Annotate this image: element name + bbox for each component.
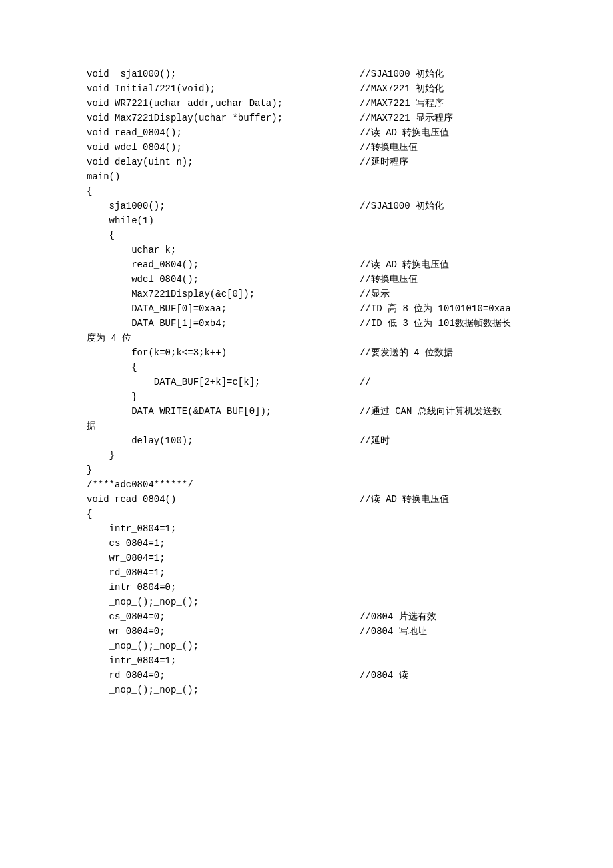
code-line: void wdcl_0804();//转换电压值: [87, 140, 526, 155]
code-line: main(): [87, 169, 526, 184]
code-text: _nop_();_nop_();: [87, 683, 360, 697]
code-text: wr_0804=1;: [87, 551, 360, 565]
code-line: DATA_BUF[1]=0xb4;//ID 低 3 位为 101数据帧数据长: [87, 316, 526, 331]
code-line: {: [87, 360, 526, 375]
comment-text: [360, 213, 526, 228]
comment-text: [360, 331, 526, 345]
code-text: cs_0804=0;: [87, 609, 360, 624]
code-line: cs_0804=0;//0804 片选有效: [87, 609, 526, 624]
comment-text: //延时程序: [360, 155, 526, 169]
code-line: 度为 4 位: [87, 331, 526, 345]
code-line: void Initial7221(void);//MAX7221 初始化: [87, 81, 526, 96]
code-text: void Max7221Display(uchar *buffer);: [87, 111, 360, 125]
comment-text: //ID 高 8 位为 10101010=0xaa: [360, 301, 526, 316]
code-line: }: [87, 389, 526, 404]
code-text: /****adc0804******/: [87, 477, 360, 492]
comment-text: //读 AD 转换电压值: [360, 125, 526, 140]
code-line: sja1000();//SJA1000 初始化: [87, 199, 526, 213]
comment-text: [360, 169, 526, 184]
comment-text: [360, 683, 526, 697]
comment-text: //读 AD 转换电压值: [360, 257, 526, 272]
comment-text: //延时: [360, 433, 526, 448]
code-line: void WR7221(uchar addr,uchar Data);//MAX…: [87, 96, 526, 111]
code-text: for(k=0;k<=3;k++): [87, 345, 360, 360]
code-line: wr_0804=1;: [87, 551, 526, 565]
code-text: DATA_BUF[0]=0xaa;: [87, 301, 360, 316]
comment-text: [360, 639, 526, 653]
comment-text: //0804 写地址: [360, 624, 526, 639]
comment-text: //: [360, 375, 526, 389]
code-text: while(1): [87, 213, 360, 228]
code-line: 据: [87, 419, 526, 433]
code-text: }: [87, 389, 360, 404]
code-text: wr_0804=0;: [87, 624, 360, 639]
code-text: }: [87, 448, 360, 463]
code-line: wdcl_0804();//转换电压值: [87, 272, 526, 287]
code-text: void WR7221(uchar addr,uchar Data);: [87, 96, 360, 111]
code-line: DATA_WRITE(&DATA_BUF[0]);//通过 CAN 总线向计算机…: [87, 404, 526, 419]
comment-text: //0804 读: [360, 668, 526, 683]
code-line: void read_0804()//读 AD 转换电压值: [87, 492, 526, 507]
code-line: cs_0804=1;: [87, 536, 526, 551]
code-line: uchar k;: [87, 243, 526, 257]
code-text: delay(100);: [87, 433, 360, 448]
code-line: }: [87, 463, 526, 477]
code-text: void sja1000();: [87, 67, 360, 81]
code-line: _nop_();_nop_();: [87, 683, 526, 697]
code-text: DATA_WRITE(&DATA_BUF[0]);: [87, 404, 360, 419]
code-text: wdcl_0804();: [87, 272, 360, 287]
code-text: {: [87, 228, 360, 243]
code-text: DATA_BUF[1]=0xb4;: [87, 316, 360, 331]
code-text: intr_0804=1;: [87, 653, 360, 668]
code-text: rd_0804=1;: [87, 565, 360, 580]
code-text: {: [87, 360, 360, 375]
comment-text: [360, 184, 526, 199]
comment-text: //SJA1000 初始化: [360, 67, 526, 81]
comment-text: [360, 477, 526, 492]
comment-text: //转换电压值: [360, 140, 526, 155]
code-line: intr_0804=1;: [87, 521, 526, 536]
code-line: void sja1000();//SJA1000 初始化: [87, 67, 526, 81]
comment-text: //MAX7221 写程序: [360, 96, 526, 111]
code-text: void wdcl_0804();: [87, 140, 360, 155]
code-line: /****adc0804******/: [87, 477, 526, 492]
code-line: while(1): [87, 213, 526, 228]
code-line: for(k=0;k<=3;k++)//要发送的 4 位数据: [87, 345, 526, 360]
comment-text: [360, 595, 526, 609]
code-text: 据: [87, 419, 360, 433]
comment-text: [360, 551, 526, 565]
code-text: DATA_BUF[2+k]=c[k];: [87, 375, 360, 389]
comment-text: [360, 360, 526, 375]
comment-text: [360, 521, 526, 536]
comment-text: [360, 419, 526, 433]
code-text: void read_0804();: [87, 125, 360, 140]
comment-text: //通过 CAN 总线向计算机发送数: [360, 404, 526, 419]
code-line: DATA_BUF[0]=0xaa;//ID 高 8 位为 10101010=0x…: [87, 301, 526, 316]
code-text: intr_0804=1;: [87, 521, 360, 536]
comment-text: [360, 228, 526, 243]
code-line: void Max7221Display(uchar *buffer);//MAX…: [87, 111, 526, 125]
comment-text: //0804 片选有效: [360, 609, 526, 624]
comment-text: //SJA1000 初始化: [360, 199, 526, 213]
comment-text: //ID 低 3 位为 101数据帧数据长: [360, 316, 526, 331]
comment-text: [360, 565, 526, 580]
comment-text: //显示: [360, 287, 526, 301]
code-text: _nop_();_nop_();: [87, 595, 360, 609]
code-line: rd_0804=0;//0804 读: [87, 668, 526, 683]
code-line: wr_0804=0;//0804 写地址: [87, 624, 526, 639]
comment-text: [360, 389, 526, 404]
code-line: Max7221Display(&c[0]);//显示: [87, 287, 526, 301]
code-line: {: [87, 184, 526, 199]
code-text: main(): [87, 169, 360, 184]
code-text: sja1000();: [87, 199, 360, 213]
code-line: read_0804();//读 AD 转换电压值: [87, 257, 526, 272]
comment-text: [360, 243, 526, 257]
code-text: }: [87, 463, 360, 477]
comment-text: //转换电压值: [360, 272, 526, 287]
code-line: {: [87, 228, 526, 243]
code-line: void delay(uint n);//延时程序: [87, 155, 526, 169]
comment-text: //要发送的 4 位数据: [360, 345, 526, 360]
code-text: read_0804();: [87, 257, 360, 272]
comment-text: [360, 463, 526, 477]
code-text: void delay(uint n);: [87, 155, 360, 169]
